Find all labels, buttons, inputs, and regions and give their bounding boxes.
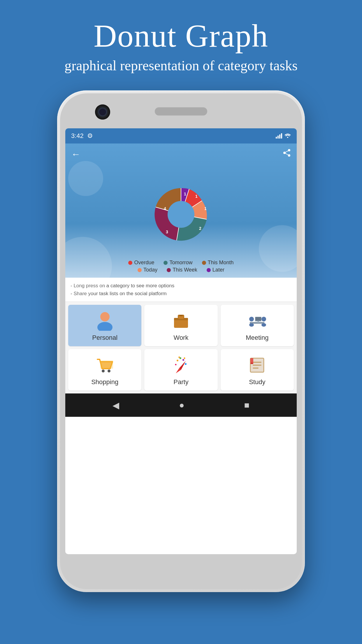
svg-rect-47 — [253, 365, 261, 366]
phone-frame: 3:42 ⚙ — [57, 90, 305, 592]
category-card-party[interactable]: ✦ Party — [144, 349, 217, 391]
shopping-label: Shopping — [91, 378, 118, 386]
party-label: Party — [173, 378, 188, 386]
gear-icon: ⚙ — [87, 132, 93, 140]
svg-text:2: 2 — [199, 226, 201, 231]
legend-overdue: Overdue — [128, 260, 154, 266]
svg-rect-24 — [179, 315, 183, 316]
page-background: Donut Graph graphical representation of … — [0, 0, 362, 82]
svg-point-19 — [100, 312, 110, 321]
svg-point-42 — [184, 358, 185, 359]
party-icon: ✦ — [171, 355, 191, 375]
svg-line-5 — [284, 153, 289, 155]
signal-icon — [276, 133, 282, 139]
info-line-2: - Share your task lists on the social pl… — [71, 290, 291, 298]
this-month-label: This Month — [208, 260, 234, 266]
svg-point-36 — [108, 370, 110, 372]
today-label: Today — [143, 267, 157, 273]
legend-today: Today — [138, 267, 157, 273]
legend-row-1: Overdue Tomorrow This Month — [128, 260, 233, 266]
svg-point-40 — [185, 363, 187, 365]
nav-back-button[interactable]: ◀ — [113, 400, 119, 410]
svg-rect-46 — [253, 362, 261, 363]
page-title: Donut Graph — [0, 18, 362, 55]
svg-text:1: 1 — [204, 206, 207, 211]
legend-this-week: This Week — [167, 267, 197, 273]
personal-label: Personal — [92, 334, 117, 342]
meeting-label: Meeting — [246, 334, 268, 342]
phone-speaker — [155, 107, 207, 116]
svg-point-20 — [97, 322, 113, 331]
svg-point-37 — [177, 360, 178, 361]
status-time: 3:42 — [71, 132, 84, 140]
phone-inner: 3:42 ⚙ — [60, 93, 302, 589]
today-dot — [138, 268, 142, 272]
category-card-personal[interactable]: Personal — [68, 305, 141, 346]
page-subtitle: graphical representation of category tas… — [0, 57, 362, 74]
work-icon — [171, 311, 191, 331]
category-card-shopping[interactable]: Shopping — [68, 349, 141, 391]
overdue-label: Overdue — [134, 260, 154, 266]
chart-legend: Overdue Tomorrow This Month — [65, 260, 297, 273]
svg-rect-28 — [257, 321, 259, 323]
svg-rect-48 — [253, 368, 259, 369]
study-icon — [247, 355, 267, 375]
legend-row-2: Today This Week Later — [138, 267, 224, 273]
svg-rect-0 — [287, 137, 288, 138]
tomorrow-label: Tomorrow — [169, 260, 192, 266]
donut-chart: 1 1 1 2 3 — [134, 172, 228, 258]
svg-text:1: 1 — [195, 194, 198, 199]
svg-point-41 — [175, 364, 176, 365]
svg-text:1: 1 — [184, 192, 186, 196]
legend-this-month: This Month — [202, 260, 234, 266]
screen: 3:42 ⚙ — [65, 128, 297, 554]
svg-point-39 — [182, 359, 184, 361]
status-bar: 3:42 ⚙ — [65, 128, 297, 144]
svg-point-35 — [102, 370, 105, 372]
svg-point-32 — [261, 323, 266, 327]
work-label: Work — [174, 334, 189, 342]
overdue-dot — [128, 261, 132, 265]
svg-line-4 — [284, 150, 289, 153]
svg-text:3: 3 — [166, 230, 168, 234]
this-week-dot — [167, 268, 171, 272]
svg-text:✦: ✦ — [178, 355, 181, 360]
category-card-meeting[interactable]: Meeting — [221, 305, 294, 346]
svg-point-29 — [249, 317, 254, 321]
svg-rect-27 — [255, 317, 261, 321]
status-bar-left: 3:42 ⚙ — [71, 132, 93, 140]
tomorrow-dot — [164, 261, 168, 265]
status-bar-right — [276, 133, 291, 139]
category-grid: Personal Work — [65, 302, 297, 393]
chart-area: ← — [65, 144, 297, 278]
back-button[interactable]: ← — [71, 149, 80, 160]
wifi-icon — [284, 133, 291, 139]
this-month-dot — [202, 261, 206, 265]
nav-home-button[interactable]: ● — [179, 400, 184, 410]
page-header: Donut Graph graphical representation of … — [0, 0, 362, 82]
category-card-study[interactable]: Study — [221, 349, 294, 391]
legend-later: Later — [207, 267, 224, 273]
later-dot — [207, 268, 211, 272]
this-week-label: This Week — [173, 267, 197, 273]
blob-3 — [68, 161, 103, 196]
svg-point-31 — [261, 317, 266, 321]
meeting-icon — [247, 311, 267, 331]
legend-tomorrow: Tomorrow — [164, 260, 192, 266]
nav-bar: ◀ ● ■ — [65, 393, 297, 417]
phone-camera — [95, 104, 110, 120]
nav-recents-button[interactable]: ■ — [244, 400, 249, 410]
svg-point-18 — [168, 201, 194, 228]
share-button[interactable] — [283, 149, 291, 159]
svg-point-30 — [249, 323, 254, 327]
shopping-icon — [95, 355, 115, 375]
later-label: Later — [212, 267, 224, 273]
category-card-work[interactable]: Work — [144, 305, 217, 346]
study-label: Study — [249, 378, 265, 386]
personal-icon — [95, 311, 115, 331]
